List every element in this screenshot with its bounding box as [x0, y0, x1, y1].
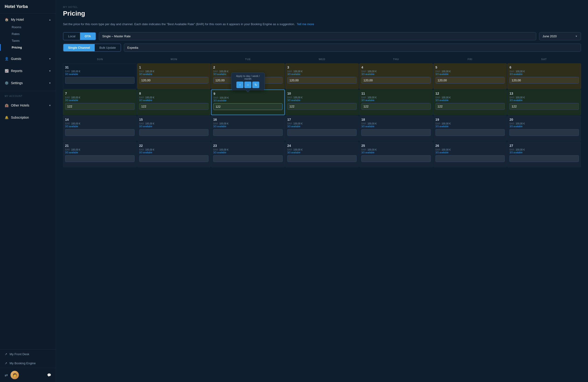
tooltip-day-btn[interactable]: ↑ — [236, 81, 244, 88]
hotel-name: Hotel Yorba — [0, 0, 56, 14]
price-input-24[interactable] — [287, 155, 357, 162]
price-input-27[interactable] — [509, 155, 579, 162]
cal-cell-14: 14 BAR: 100,00 € 3/3 available — [63, 116, 137, 141]
cal-cell-22: 22 BAR: 100,00 € 3/3 available — [137, 142, 211, 167]
sidebar-item-pricing[interactable]: Pricing — [0, 44, 56, 51]
cal-cell-27: 27 BAR: 100,00 € 3/3 available — [507, 142, 581, 167]
description-text: Set the price for this room type per day… — [63, 22, 581, 27]
price-input-3[interactable] — [287, 77, 357, 84]
price-input-31[interactable] — [65, 77, 135, 84]
price-input-7[interactable] — [65, 103, 135, 110]
rate-plan-select[interactable]: Single – Master Rate — [99, 32, 536, 40]
price-input-21[interactable] — [65, 155, 135, 162]
cal-cell-20: 20 BAR: 100,00 € 3/3 available — [507, 116, 581, 141]
single-channel-button[interactable]: Single Channel — [63, 44, 95, 51]
price-input-23[interactable] — [213, 155, 283, 162]
week-2: 7 BAR: 100,00 € 3/3 available 8 BAR: 100… — [63, 89, 581, 115]
cal-cell-18: 18 BAR: 100,00 € 3/3 available — [359, 116, 433, 141]
cal-cell-26: 26 BAR: 100,00 € 3/3 available — [433, 142, 507, 167]
sidebar-item-other-hotels[interactable]: 🏨 Other Hotels ▼ — [0, 101, 56, 110]
week-4: 21 BAR: 100,00 € 3/3 available 22 BAR: 1… — [63, 142, 581, 167]
sidebar-item-rates[interactable]: Rates — [0, 31, 56, 37]
sidebar-item-reports[interactable]: 📈 Reports ▼ — [0, 67, 56, 75]
controls-row-1: Local OTA Single – Master Rate June 2020… — [63, 32, 581, 40]
chat-icon[interactable]: 💬 — [47, 373, 51, 377]
cal-cell-5: 5 BAR: 100,00 € 3/3 available — [433, 63, 507, 89]
month-select[interactable]: June 2020 ▼ — [539, 32, 581, 40]
price-input-17[interactable] — [287, 129, 357, 136]
day-sat: SAT — [507, 57, 581, 62]
price-input-14[interactable] — [65, 129, 135, 136]
day-tue: TUE — [211, 57, 285, 62]
local-ota-toggle: Local OTA — [63, 32, 96, 40]
price-input-19[interactable] — [436, 129, 505, 136]
single-bulk-toggle: Single Channel Bulk Update — [63, 44, 121, 52]
price-input-13[interactable] — [509, 103, 579, 110]
cal-cell-10: 10 BAR: 100,00 € 3/3 available — [285, 89, 359, 115]
cal-cell-9: Apply to day / week / month ↑ ↔ ↻ 9 BAR:… — [211, 89, 285, 115]
price-input-16[interactable] — [213, 129, 283, 136]
settings-icon2[interactable]: ⇄ — [5, 373, 8, 377]
day-sun: SUN — [63, 57, 137, 62]
home-icon: 🏠 — [5, 18, 9, 21]
controls-row-2: Single Channel Bulk Update Expedia — [63, 44, 581, 52]
front-desk-icon: ↗ — [5, 352, 7, 356]
chevron-down-icon: ▼ — [49, 58, 51, 60]
ota-button[interactable]: OTA — [80, 33, 95, 40]
sidebar-item-guests[interactable]: 👤 Guests ▼ — [0, 55, 56, 63]
cal-cell-17: 17 BAR: 100,00 € 3/3 available — [285, 116, 359, 141]
avatar: 🧑 — [10, 371, 19, 379]
bulk-update-button[interactable]: Bulk Update — [95, 44, 121, 51]
sidebar-item-settings[interactable]: ⚙️ Settings ▼ — [0, 79, 56, 87]
other-hotels-icon: 🏨 — [5, 103, 9, 107]
chevron-down-icon4: ▼ — [49, 104, 51, 107]
price-input-1[interactable] — [139, 77, 209, 84]
price-input-25[interactable] — [361, 155, 431, 162]
guests-icon: 👤 — [5, 57, 9, 60]
breadcrumb: MY HOTEL — [63, 6, 581, 8]
booking-engine-link[interactable]: ↗ My Booking Engine — [0, 359, 56, 368]
calendar: SUN MON TUE WED THU FRI SAT 31 BAR: 100,… — [63, 57, 581, 167]
cal-cell-31: 31 BAR: 100,00 € 3/3 available — [63, 63, 137, 89]
sidebar: Hotel Yorba 🏠 My Hotel ▲ Rooms Rates Tax… — [0, 0, 56, 382]
price-input-10[interactable] — [287, 103, 357, 110]
sidebar-item-my-hotel[interactable]: 🏠 My Hotel ▲ — [0, 15, 56, 24]
cal-cell-16: 16 BAR: 100,00 € 3/3 available — [211, 116, 285, 141]
sidebar-item-rooms[interactable]: Rooms — [0, 24, 56, 31]
price-input-18[interactable] — [361, 129, 431, 136]
chevron-down-icon3: ▼ — [49, 82, 51, 84]
cal-cell-11: 11 BAR: 100,00 € 3/3 available — [359, 89, 433, 115]
cal-cell-1: 1 BAR: 100,00 € 3/3 available — [137, 63, 211, 89]
cal-cell-23: 23 BAR: 100,00 € 3/3 available — [211, 142, 285, 167]
price-input-8[interactable] — [139, 103, 209, 110]
price-input-22[interactable] — [139, 155, 209, 162]
price-input-12[interactable] — [436, 103, 505, 110]
chevron-down-month: ▼ — [575, 35, 578, 38]
local-button[interactable]: Local — [63, 33, 80, 40]
my-account-label: MY ACCOUNT — [0, 93, 56, 99]
subscription-icon: 🔔 — [5, 116, 9, 119]
day-mon: MON — [137, 57, 211, 62]
day-wed: WED — [285, 57, 359, 62]
tooltip-week-btn[interactable]: ↔ — [244, 81, 252, 88]
price-input-6[interactable] — [509, 77, 579, 84]
price-input-9[interactable] — [213, 103, 282, 110]
sidebar-item-taxes[interactable]: Taxes — [0, 37, 56, 44]
channel-select[interactable]: Expedia — [124, 44, 581, 52]
price-input-15[interactable] — [139, 129, 209, 136]
tell-me-more-link[interactable]: Tell me more — [297, 22, 314, 26]
price-input-11[interactable] — [361, 103, 431, 110]
front-desk-link[interactable]: ↗ My Front Desk — [0, 350, 56, 359]
day-fri: FRI — [433, 57, 507, 62]
tooltip-month-btn[interactable]: ↻ — [252, 81, 259, 88]
price-input-20[interactable] — [509, 129, 579, 136]
settings-icon: ⚙️ — [5, 81, 9, 85]
tooltip-popup: Apply to day / week / month ↑ ↔ ↻ — [231, 73, 265, 90]
price-input-26[interactable] — [436, 155, 505, 162]
week-1: 31 BAR: 100,00 € 3/3 available 1 BAR: 10… — [63, 63, 581, 89]
sidebar-item-subscription[interactable]: 🔔 Subscription — [0, 113, 56, 122]
calendar-header: SUN MON TUE WED THU FRI SAT — [63, 57, 581, 62]
price-input-4[interactable] — [361, 77, 431, 84]
price-input-5[interactable] — [436, 77, 505, 84]
reports-icon: 📈 — [5, 69, 9, 73]
